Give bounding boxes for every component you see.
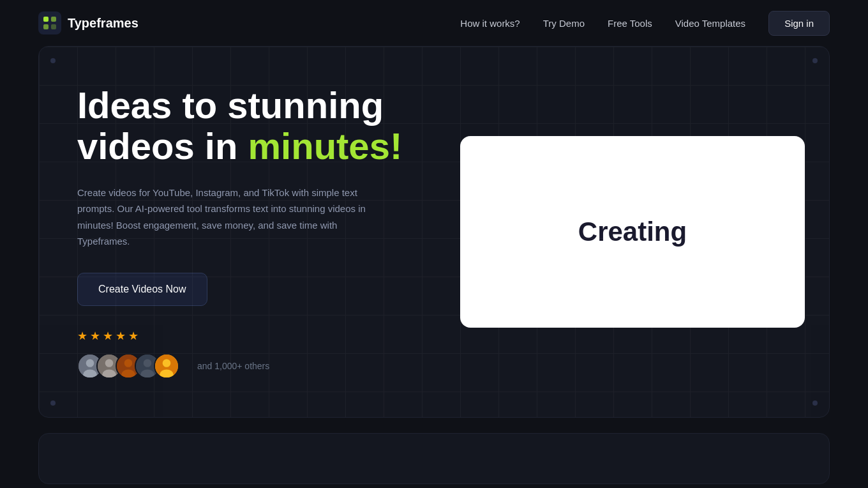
hero-description: Create videos for YouTube, Instagram, an… <box>77 185 384 250</box>
svg-point-6 <box>86 359 94 367</box>
social-proof: and 1,000+ others <box>77 353 435 379</box>
star-3: ★ <box>103 329 113 343</box>
star-rating: ★ ★ ★ ★ ★ <box>77 329 435 343</box>
headline-accent: minutes! <box>248 125 403 167</box>
nav-link-video-templates[interactable]: Video Templates <box>675 18 745 29</box>
svg-point-18 <box>163 359 171 367</box>
sign-in-button[interactable]: Sign in <box>768 11 830 36</box>
star-1: ★ <box>77 329 87 343</box>
svg-rect-1 <box>43 17 49 22</box>
star-2: ★ <box>90 329 100 343</box>
demo-card-label: Creating <box>578 217 687 247</box>
nav-links: How it works? Try Demo Free Tools Video … <box>460 11 830 36</box>
create-videos-button[interactable]: Create Videos Now <box>77 273 207 306</box>
hero-section: Ideas to stunningvideos in minutes! Crea… <box>38 46 830 418</box>
nav-link-free-tools[interactable]: Free Tools <box>608 18 652 29</box>
svg-rect-0 <box>38 11 61 34</box>
corner-dot-bottom-left <box>50 400 56 406</box>
svg-point-15 <box>144 359 152 367</box>
logo-icon <box>38 11 61 34</box>
svg-point-9 <box>105 359 114 367</box>
svg-point-12 <box>124 359 133 367</box>
avatar-5 <box>154 353 179 379</box>
hero-headline: Ideas to stunningvideos in minutes! <box>77 85 435 167</box>
navbar: Typeframes How it works? Try Demo Free T… <box>0 0 868 46</box>
nav-link-try-demo[interactable]: Try Demo <box>543 18 585 29</box>
logo-text: Typeframes <box>68 16 138 31</box>
bottom-section <box>38 433 830 484</box>
svg-rect-3 <box>43 24 49 29</box>
hero-left-content: Ideas to stunningvideos in minutes! Crea… <box>77 85 435 379</box>
corner-dot-top-right <box>812 58 818 63</box>
avatar-group <box>77 353 179 379</box>
svg-rect-4 <box>51 24 56 29</box>
star-5: ★ <box>128 329 138 343</box>
demo-card: Creating <box>460 136 805 328</box>
nav-link-how-it-works[interactable]: How it works? <box>460 18 520 29</box>
corner-dot-bottom-right <box>812 400 818 406</box>
star-4: ★ <box>116 329 126 343</box>
logo[interactable]: Typeframes <box>38 11 138 34</box>
hero-right-content: Creating <box>460 136 805 328</box>
social-proof-text: and 1,000+ others <box>197 361 269 371</box>
svg-rect-2 <box>51 17 56 22</box>
